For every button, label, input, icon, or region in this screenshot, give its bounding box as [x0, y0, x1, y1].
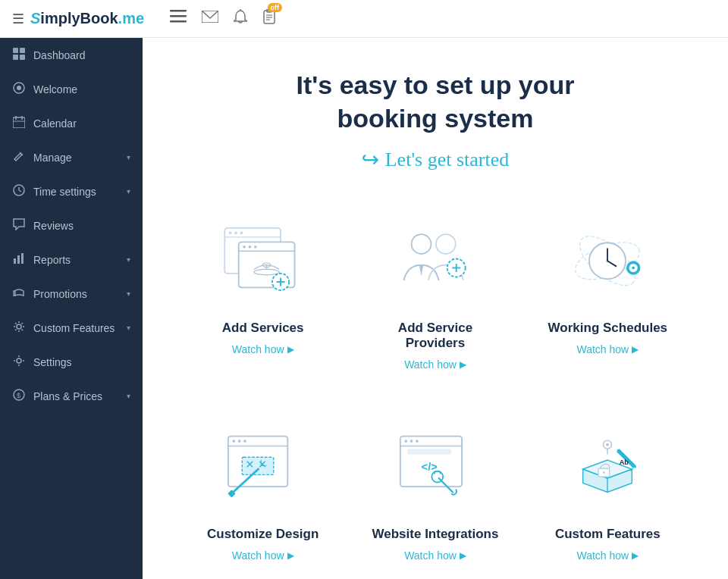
- customize-design-title: Customize Design: [207, 527, 318, 542]
- customize-design-watch-link[interactable]: Watch how ▶: [232, 549, 294, 562]
- sidebar-item-calendar[interactable]: Calendar: [0, 106, 143, 140]
- sidebar: Dashboard Welcome Calendar Manage ▾ Ti: [0, 38, 143, 579]
- card-custom-features: Ab Custom Features Watch how ▶: [533, 408, 682, 577]
- time-settings-icon: [12, 184, 26, 199]
- custom-features-icon: [12, 321, 26, 335]
- logo-area: ☰ SimplyBook.me: [12, 10, 155, 27]
- card-customize-design: Customize Design Watch how ▶: [188, 408, 337, 577]
- svg-point-94: [606, 443, 609, 446]
- svg-point-40: [254, 246, 257, 249]
- add-services-icon: [214, 218, 312, 308]
- sidebar-item-custom-features[interactable]: Custom Features ▾: [0, 311, 143, 345]
- sidebar-item-promotions[interactable]: Promotions ▾: [0, 277, 143, 311]
- settings-icon: [12, 355, 26, 369]
- card-working-schedules: Working Schedules Watch how ▶: [533, 202, 682, 386]
- svg-point-79: [404, 440, 407, 443]
- plans-prices-icon: $: [12, 389, 26, 403]
- svg-point-39: [248, 246, 251, 249]
- svg-point-65: [232, 440, 235, 443]
- add-providers-title: Add Service Providers: [368, 321, 502, 351]
- sidebar-item-plans-prices[interactable]: $ Plans & Prices ▾: [0, 379, 143, 413]
- sidebar-calendar-label: Calendar: [33, 117, 130, 130]
- svg-rect-15: [13, 117, 25, 128]
- svg-rect-25: [21, 253, 24, 264]
- sidebar-item-settings[interactable]: Settings: [0, 345, 143, 379]
- custom-features-watch-link[interactable]: Watch how ▶: [576, 549, 639, 562]
- promotions-chevron: ▾: [127, 290, 130, 298]
- play-icon: ▶: [632, 344, 639, 355]
- card-add-services: Add Services Watch how ▶: [188, 202, 337, 386]
- bell-icon[interactable]: [234, 9, 247, 28]
- svg-point-62: [632, 267, 635, 270]
- nav-icons: off: [170, 9, 276, 28]
- hero-title: It's easy to set up your booking system: [188, 68, 682, 135]
- svg-rect-0: [170, 10, 187, 12]
- sidebar-item-dashboard[interactable]: Dashboard: [0, 38, 143, 72]
- svg-point-87: [603, 472, 605, 474]
- add-services-watch-link[interactable]: Watch how ▶: [232, 343, 294, 355]
- svg-point-35: [240, 232, 243, 235]
- svg-point-50: [436, 235, 456, 255]
- hero-subtitle: ↩ Let's get started: [188, 147, 682, 172]
- svg-line-22: [19, 190, 21, 192]
- logo: SimplyBook.me: [30, 10, 144, 27]
- svg-point-67: [243, 440, 246, 443]
- add-providers-watch-link[interactable]: Watch how ▶: [404, 358, 466, 371]
- svg-point-33: [228, 232, 231, 235]
- sidebar-reviews-label: Reviews: [33, 220, 130, 232]
- sidebar-manage-label: Manage: [33, 152, 119, 164]
- arrow-icon: ↩: [362, 147, 379, 172]
- manage-chevron: ▾: [127, 153, 130, 161]
- svg-point-38: [243, 246, 246, 249]
- sidebar-settings-label: Settings: [33, 356, 130, 368]
- svg-rect-68: [242, 458, 274, 475]
- sidebar-item-reviews[interactable]: Reviews: [0, 208, 143, 243]
- content-area: It's easy to set up your booking system …: [143, 38, 728, 579]
- sidebar-reports-label: Reports: [33, 254, 119, 266]
- menu-icon[interactable]: [170, 10, 187, 27]
- add-services-title: Add Services: [222, 321, 304, 336]
- svg-rect-11: [13, 55, 18, 60]
- calendar-icon: [12, 116, 26, 130]
- website-integrations-title: Website Integrations: [372, 527, 499, 542]
- working-schedules-watch-link[interactable]: Watch how ▶: [576, 343, 639, 355]
- play-icon: ▶: [460, 359, 466, 370]
- play-icon: ▶: [287, 550, 294, 561]
- svg-point-47: [412, 235, 431, 255]
- sidebar-dashboard-label: Dashboard: [33, 49, 130, 61]
- svg-point-34: [234, 232, 237, 235]
- svg-point-80: [410, 440, 413, 443]
- svg-point-81: [416, 440, 419, 443]
- play-icon: ▶: [632, 550, 639, 561]
- clipboard-icon[interactable]: off: [262, 9, 276, 28]
- sidebar-welcome-label: Welcome: [33, 83, 130, 95]
- cards-grid: Add Services Watch how ▶: [188, 202, 682, 577]
- svg-point-66: [237, 440, 240, 443]
- customize-design-icon: [214, 424, 312, 515]
- website-integrations-icon: </>: [386, 424, 485, 515]
- custom-features-chevron: ▾: [127, 324, 130, 332]
- svg-marker-49: [419, 265, 424, 272]
- svg-point-14: [17, 86, 21, 90]
- svg-rect-10: [20, 48, 25, 53]
- sidebar-plans-prices-label: Plans & Prices: [33, 390, 119, 402]
- sidebar-time-settings-label: Time settings: [33, 186, 119, 198]
- svg-point-28: [17, 358, 21, 363]
- promotions-icon: [12, 286, 26, 301]
- svg-text:Ab: Ab: [620, 459, 629, 466]
- add-providers-icon: [386, 218, 485, 308]
- plans-prices-chevron: ▾: [127, 392, 130, 400]
- sidebar-item-manage[interactable]: Manage ▾: [0, 140, 143, 174]
- working-schedules-title: Working Schedules: [548, 321, 667, 336]
- sidebar-item-reports[interactable]: Reports ▾: [0, 243, 143, 277]
- hamburger-button[interactable]: ☰: [12, 11, 24, 27]
- welcome-icon: [12, 82, 26, 96]
- svg-rect-2: [170, 20, 187, 23]
- sidebar-item-time-settings[interactable]: Time settings ▾: [0, 174, 143, 208]
- svg-rect-24: [17, 255, 20, 264]
- sidebar-custom-features-label: Custom Features: [33, 322, 119, 334]
- reports-chevron: ▾: [127, 255, 130, 264]
- website-integrations-watch-link[interactable]: Watch how ▶: [404, 549, 466, 562]
- sidebar-item-welcome[interactable]: Welcome: [0, 72, 143, 106]
- mail-icon[interactable]: [202, 11, 218, 27]
